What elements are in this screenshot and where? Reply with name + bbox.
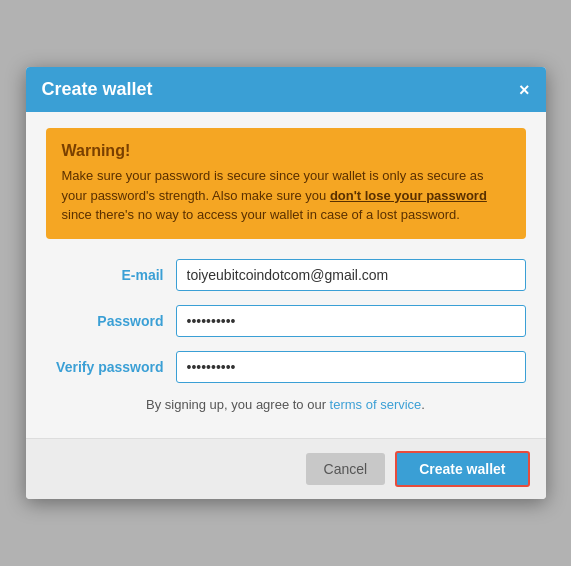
close-button[interactable]: ×: [519, 81, 530, 99]
email-group: E-mail: [46, 259, 526, 291]
modal-overlay: Create wallet × Warning! Make sure your …: [0, 0, 571, 566]
password-input[interactable]: [176, 305, 526, 337]
warning-title: Warning!: [62, 142, 510, 160]
verify-password-label: Verify password: [46, 359, 176, 375]
terms-link[interactable]: terms of service: [330, 397, 422, 412]
modal: Create wallet × Warning! Make sure your …: [26, 67, 546, 499]
warning-text: Make sure your password is secure since …: [62, 166, 510, 225]
verify-password-input[interactable]: [176, 351, 526, 383]
warning-box: Warning! Make sure your password is secu…: [46, 128, 526, 239]
terms-before: By signing up, you agree to our: [146, 397, 330, 412]
modal-footer: Cancel Create wallet: [26, 438, 546, 499]
warning-text-after: since there's no way to access your wall…: [62, 207, 460, 222]
terms-text: By signing up, you agree to our terms of…: [46, 397, 526, 412]
modal-title: Create wallet: [42, 79, 153, 100]
verify-password-group: Verify password: [46, 351, 526, 383]
email-input[interactable]: [176, 259, 526, 291]
modal-header: Create wallet ×: [26, 67, 546, 112]
password-group: Password: [46, 305, 526, 337]
cancel-button[interactable]: Cancel: [306, 453, 386, 485]
create-wallet-button[interactable]: Create wallet: [395, 451, 529, 487]
password-label: Password: [46, 313, 176, 329]
terms-after: .: [421, 397, 425, 412]
email-label: E-mail: [46, 267, 176, 283]
modal-body: Warning! Make sure your password is secu…: [26, 112, 546, 438]
warning-bold: don't lose your password: [330, 188, 487, 203]
